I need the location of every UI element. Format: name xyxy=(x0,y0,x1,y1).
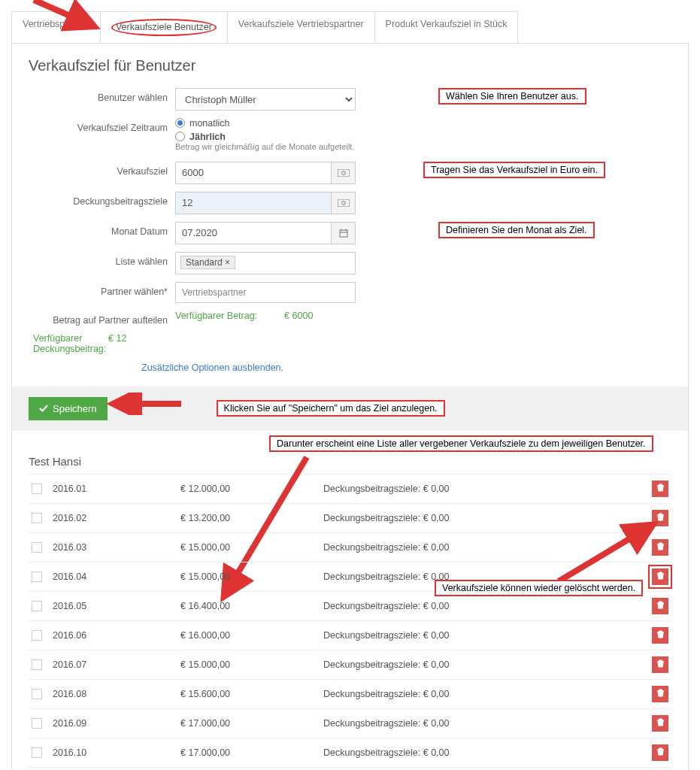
row-checkbox[interactable] xyxy=(32,601,42,611)
row-amount: € 12.000,00 xyxy=(180,484,323,494)
row-amount: € 17.000,00 xyxy=(180,747,323,758)
row-checkbox[interactable] xyxy=(32,659,42,670)
row-checkbox[interactable] xyxy=(32,630,42,641)
row-cov: Deckungsbeitragsziele: € 0,00 xyxy=(323,484,652,494)
row-amount: € 13.200,00 xyxy=(180,513,323,523)
save-button[interactable]: Speichern xyxy=(29,397,108,420)
row-date: 2016.06 xyxy=(53,630,180,641)
list-select[interactable]: Standard × xyxy=(175,252,356,274)
row-delete-button[interactable] xyxy=(652,715,668,732)
row-amount: € 15.000,00 xyxy=(180,542,323,553)
annotation-month: Definieren Sie den Monat als Ziel. xyxy=(438,222,595,238)
row-cov: Deckungsbeitragsziele: € 0,00 xyxy=(323,630,652,641)
row-cov: Deckungsbeitragsziele: € 0,00 xyxy=(323,601,652,611)
row-delete-button[interactable] xyxy=(652,744,668,761)
check-icon xyxy=(39,404,48,413)
row-date: 2016.01 xyxy=(53,484,180,494)
row-checkbox[interactable] xyxy=(32,484,42,494)
row-date: 2016.02 xyxy=(53,513,180,523)
page-title: Verkaufsziel für Benutzer xyxy=(29,57,671,74)
row-amount: € 16.400,00 xyxy=(180,601,323,611)
row-cov: Deckungsbeitragsziele: € 0,00 xyxy=(323,689,652,699)
currency-icon xyxy=(332,192,356,214)
svg-rect-5 xyxy=(340,230,347,237)
label-user: Benutzer wählen xyxy=(29,88,175,103)
currency-icon xyxy=(332,162,356,184)
label-partner: Partner wählen* xyxy=(29,282,175,297)
row-delete-button[interactable] xyxy=(652,598,668,614)
row-date: 2016.07 xyxy=(53,659,180,670)
row-date: 2016.09 xyxy=(53,718,180,729)
row-cov: Deckungsbeitragsziele: € 0,00 xyxy=(323,747,652,758)
user-select[interactable]: Christoph Müller xyxy=(175,88,356,111)
row-amount: € 16.000,00 xyxy=(180,630,323,641)
trash-icon xyxy=(656,659,665,670)
row-delete-button[interactable] xyxy=(652,480,668,497)
trash-icon xyxy=(656,571,665,582)
trash-icon xyxy=(656,601,665,611)
row-checkbox[interactable] xyxy=(32,571,42,582)
hide-options-link[interactable]: Zusätzliche Optionen ausblenden. xyxy=(141,362,283,373)
row-delete-button[interactable] xyxy=(652,686,668,702)
partner-input[interactable]: Vertriebspartner xyxy=(175,282,356,303)
annotation-delete: Verkaufsziele können wieder gelöscht wer… xyxy=(435,580,643,596)
row-amount: € 15.000,00 xyxy=(180,571,323,582)
row-date: 2016.05 xyxy=(53,601,180,611)
row-checkbox[interactable] xyxy=(32,513,42,523)
cov-input[interactable] xyxy=(175,192,332,214)
label-period: Verkaufsziel Zeitraum xyxy=(29,118,175,133)
target-input[interactable] xyxy=(175,162,332,184)
avail-cov-label: Verfügbarer Deckungsbeitrag: xyxy=(33,333,93,354)
row-amount: € 17.000,00 xyxy=(180,718,323,729)
radio-monthly[interactable] xyxy=(175,118,185,128)
trash-icon xyxy=(656,747,665,758)
row-amount: € 15.600,00 xyxy=(180,689,323,699)
row-cov: Deckungsbeitragsziele: € 0,00 xyxy=(323,542,652,553)
row-delete-button[interactable] xyxy=(652,627,668,644)
row-checkbox[interactable] xyxy=(32,542,42,553)
row-delete-button[interactable] xyxy=(652,539,668,556)
row-date: 2016.04 xyxy=(53,571,180,582)
tab-verkaufsziele-vertriebspartner[interactable]: Verkaufsziele Vertriebspartner xyxy=(227,11,375,43)
tab-produkt-verkaufsziel[interactable]: Produkt Verkaufsziel in Stück xyxy=(374,11,519,43)
row-cov: Deckungsbeitragsziele: € 0,00 xyxy=(323,513,652,523)
svg-rect-1 xyxy=(338,169,350,177)
month-input[interactable] xyxy=(175,222,332,244)
row-amount: € 15.000,00 xyxy=(180,659,323,670)
radio-yearly[interactable] xyxy=(175,132,185,141)
avail-cov-value: € 12 xyxy=(108,333,126,354)
trash-icon xyxy=(656,542,665,553)
calendar-icon[interactable] xyxy=(332,222,356,244)
label-cov: Deckungsbeitragsziele xyxy=(29,192,175,207)
row-delete-button[interactable] xyxy=(652,568,668,585)
row-checkbox[interactable] xyxy=(32,689,42,699)
tab-verkaufsziele-benutzer[interactable]: Verkaufsziele Benutzer xyxy=(100,11,228,43)
avail-amount-label: Verfügbarer Betrag: xyxy=(175,311,257,321)
trash-icon xyxy=(656,718,665,729)
trash-icon xyxy=(656,689,665,699)
label-target: Verkaufsziel xyxy=(29,162,175,177)
row-delete-button[interactable] xyxy=(652,656,668,673)
row-date: 2016.10 xyxy=(53,747,180,758)
label-list: Liste wählen xyxy=(29,252,175,267)
row-date: 2016.03 xyxy=(53,542,180,553)
row-cov: Deckungsbeitragsziele: € 0,00 xyxy=(323,718,652,729)
svg-rect-3 xyxy=(338,199,350,207)
row-cov: Deckungsbeitragsziele: € 0,00 xyxy=(323,659,652,670)
trash-icon xyxy=(656,513,665,523)
avail-amount-value: € 6000 xyxy=(284,311,313,321)
row-delete-button[interactable] xyxy=(652,510,668,526)
list-title: Test Hansi xyxy=(29,455,671,468)
row-checkbox[interactable] xyxy=(32,747,42,758)
svg-point-4 xyxy=(341,201,345,205)
trash-icon xyxy=(656,630,665,641)
svg-point-2 xyxy=(341,171,345,174)
annotation-target: Tragen Sie das Verkaufsziel in Euro ein. xyxy=(423,162,605,178)
annotation-list: Darunter erscheint eine Liste aller verg… xyxy=(269,435,653,452)
label-split: Betrag auf Partner aufteilen xyxy=(29,311,175,326)
annotation-user: Wählen Sie Ihren Benutzer aus. xyxy=(438,88,586,105)
annotation-save: Klicken Sie auf "Speichern" um das Ziel … xyxy=(217,400,445,417)
row-checkbox[interactable] xyxy=(32,718,42,729)
row-date: 2016.08 xyxy=(53,689,180,699)
tab-vertriebspartner[interactable]: Vertriebspartner xyxy=(11,11,101,43)
